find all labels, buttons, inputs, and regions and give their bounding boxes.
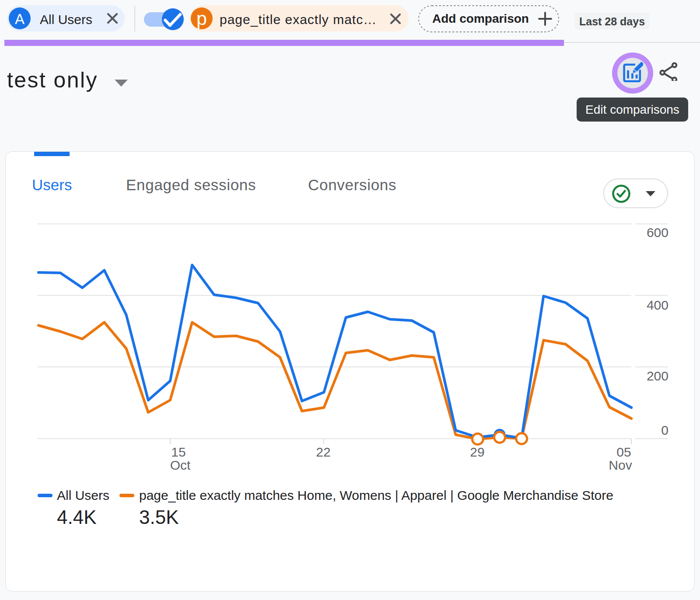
svg-text:Nov: Nov (609, 458, 632, 472)
svg-text:15: 15 (171, 445, 186, 459)
svg-text:05: 05 (616, 445, 631, 459)
svg-text:29: 29 (470, 445, 484, 459)
svg-text:400: 400 (647, 298, 668, 312)
svg-text:0: 0 (661, 423, 668, 437)
svg-text:200: 200 (647, 369, 668, 383)
svg-text:22: 22 (316, 445, 330, 459)
svg-text:600: 600 (647, 225, 668, 240)
svg-text:Oct: Oct (170, 458, 191, 472)
